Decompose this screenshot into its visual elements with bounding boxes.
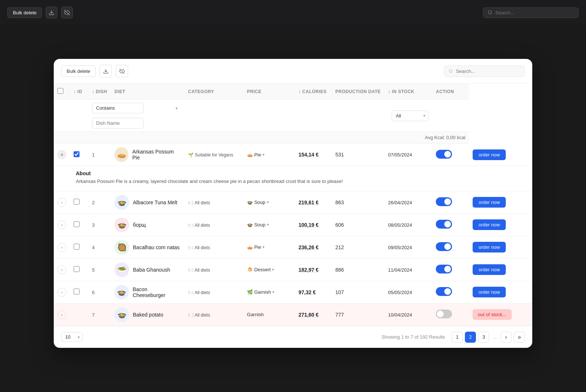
category-chevron-3[interactable]: ▾ <box>267 222 269 227</box>
in-stock-col[interactable]: ↕ IN STOCK <box>384 84 432 100</box>
bulk-delete-button-dark[interactable]: Bulk delete <box>7 7 42 18</box>
category-chevron-1[interactable]: ▾ <box>262 152 265 157</box>
table-row: › 4 🥘 Bacalhau com natas 🍽️ All diets 🥧 … <box>54 236 532 258</box>
category-cell-1: 🥧 Pie ▾ <box>247 152 291 158</box>
table-row: ∨ 1 🥧 Arkansas Possum Pie 🌱 Suitable for… <box>54 144 532 166</box>
per-page-select[interactable]: 10 20 50 100 <box>61 332 82 342</box>
checkbox-col <box>54 84 70 100</box>
price-col: PRICE <box>243 84 295 100</box>
row-checkbox-1[interactable] <box>74 151 80 157</box>
row-checkbox-6[interactable] <box>74 289 80 294</box>
order-now-button-4[interactable]: order now <box>473 242 506 252</box>
in-stock-toggle-7[interactable] <box>436 310 452 318</box>
search-input[interactable] <box>456 68 520 74</box>
category-badge-3: 🍲 Soup <box>247 222 265 227</box>
action-col: ACTION <box>432 84 469 100</box>
expand-button-5[interactable]: › <box>57 265 66 274</box>
date-3: 08/05/2024 <box>388 222 412 228</box>
select-all-checkbox[interactable] <box>57 88 63 94</box>
row-checkbox-5[interactable] <box>74 266 80 272</box>
bulk-delete-button[interactable]: Bulk delete <box>61 66 96 77</box>
filter-contains-select[interactable]: Contains Equals Starts with <box>92 103 144 113</box>
expand-button-4[interactable]: › <box>57 243 66 252</box>
in-stock-toggle-3[interactable] <box>436 220 452 229</box>
in-stock-toggle-1[interactable] <box>436 150 452 159</box>
stock-filter-select-wrap: All In Stock Out of Stock <box>392 110 428 121</box>
category-chevron-2[interactable]: ▾ <box>267 200 269 205</box>
calories-7: 777 <box>335 312 344 318</box>
diet-badge-4: 🍽️ All diets <box>188 245 210 250</box>
expand-button-7[interactable]: › <box>57 310 66 319</box>
row-checkbox-3[interactable] <box>74 221 80 227</box>
avg-kcal-text: Avg Kcal: 0,00 kcal <box>295 132 469 144</box>
avg-row: Avg Kcal: 0,00 kcal <box>54 132 532 144</box>
category-badge-4: 🥧 Pie <box>247 244 261 250</box>
row-checkbox-4[interactable] <box>74 244 80 250</box>
row-id-6: 6 <box>92 290 95 295</box>
category-cell-4: 🥧 Pie ▾ <box>247 244 291 250</box>
diet-badge-3: 🍽️ All diets <box>188 223 210 228</box>
id-col[interactable]: ↕ ID <box>70 84 88 100</box>
date-7: 10/04/2024 <box>388 312 412 318</box>
calories-col[interactable]: ↕ CALORIES <box>295 84 332 100</box>
hide-icon-dark[interactable] <box>61 7 73 18</box>
filter-row: Contains Equals Starts with <box>54 100 532 132</box>
search-input-dark[interactable] <box>495 10 574 15</box>
category-chevron-4[interactable]: ▾ <box>262 245 265 250</box>
page-next-btn[interactable]: › <box>501 332 512 343</box>
hide-columns-icon[interactable] <box>116 65 128 77</box>
in-stock-toggle-2[interactable] <box>436 197 452 206</box>
out-of-stock-button-7[interactable]: out of stock... <box>473 309 511 320</box>
category-badge-1: 🥧 Pie <box>247 152 261 158</box>
page-btn-1[interactable]: 1 <box>452 332 463 343</box>
order-now-button-2[interactable]: order now <box>473 197 506 208</box>
order-now-button-6[interactable]: order now <box>473 287 506 297</box>
category-chevron-6[interactable]: ▾ <box>272 290 275 294</box>
expand-button-2[interactable]: › <box>57 198 66 207</box>
stock-filter-select[interactable]: All In Stock Out of Stock <box>392 110 428 121</box>
category-cell-6: 🌿 Garnish ▾ <box>247 289 291 295</box>
contains-select-wrap: Contains Equals Starts with <box>92 103 181 113</box>
dish-avatar-5: 🥗 <box>114 262 129 277</box>
diet-badge-7: 🍽️ All diets <box>188 312 210 318</box>
category-chevron-5[interactable]: ▾ <box>272 267 274 272</box>
diet-badge-2: 🍽️ All diets <box>188 200 210 205</box>
dish-name-filter-input[interactable] <box>92 118 144 128</box>
order-now-button-1[interactable]: order now <box>473 149 506 160</box>
in-stock-toggle-4[interactable] <box>436 242 452 251</box>
dish-col[interactable]: ↕ DISH <box>88 84 111 100</box>
row-id-1: 1 <box>92 152 95 158</box>
expand-button-3[interactable]: › <box>57 220 66 229</box>
diet-badge-1: 🌱 Suitable for Vegans <box>188 152 233 158</box>
category-badge-2: 🍲 Soup <box>247 199 265 205</box>
export-icon-dark[interactable] <box>46 7 57 18</box>
page-last-btn[interactable]: » <box>514 332 525 343</box>
dish-avatar-7: 🍲 <box>114 307 129 322</box>
per-page-wrap: 10 20 50 100 <box>61 332 82 342</box>
svg-line-3 <box>491 13 492 14</box>
diet-badge-6: 🍽️ All diets <box>188 290 210 295</box>
dish-avatar-4: 🥘 <box>114 240 129 255</box>
dish-avatar-2: 🍲 <box>114 195 129 210</box>
order-now-button-3[interactable]: order now <box>473 219 506 230</box>
page-btn-2[interactable]: 2 <box>465 332 476 343</box>
calories-1: 531 <box>335 152 344 158</box>
card-toolbar: Bulk delete <box>54 59 532 84</box>
order-now-button-5[interactable]: order now <box>473 264 506 275</box>
price-2: 219,61 € <box>299 199 319 205</box>
in-stock-toggle-6[interactable] <box>436 287 452 296</box>
table-row: › 6 🍲 Bacon Cheeseburger 🍽️ All diets 🌿 … <box>54 281 532 303</box>
row-checkbox-2[interactable] <box>74 199 80 205</box>
price-3: 100,19 € <box>299 222 319 228</box>
category-badge-7: Garnish <box>247 312 264 317</box>
dishes-table: ↕ ID ↕ DISH DIET CATEGORY PRICE ↕ CALORI… <box>54 84 532 326</box>
page-btn-3[interactable]: 3 <box>478 332 489 343</box>
row-id-3: 3 <box>92 222 95 228</box>
export-icon[interactable] <box>99 65 112 77</box>
search-box <box>444 66 525 77</box>
dish-name-7: Baked potato <box>133 312 163 318</box>
in-stock-toggle-5[interactable] <box>436 265 452 273</box>
expand-button-6[interactable]: › <box>57 288 66 297</box>
expand-button-1[interactable]: ∨ <box>57 150 66 159</box>
price-1: 154,14 € <box>299 152 319 158</box>
